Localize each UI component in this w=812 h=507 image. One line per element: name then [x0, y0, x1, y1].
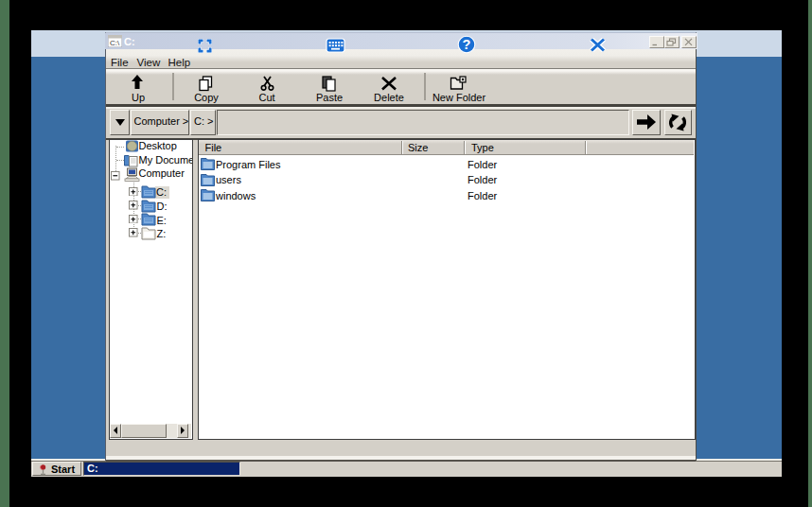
svg-text:C:\: C:\ — [110, 38, 120, 46]
svg-text:?: ? — [463, 37, 471, 52]
